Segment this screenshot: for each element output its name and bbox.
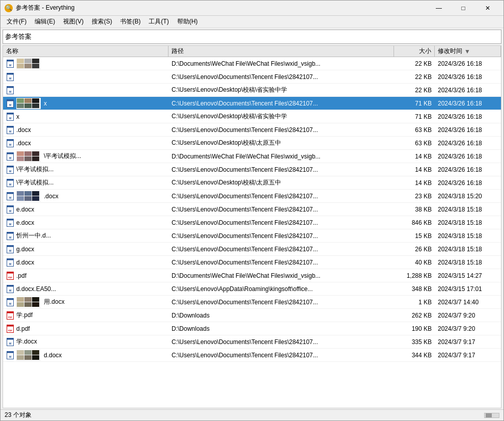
table-row[interactable]: WC:\Users\Lenovo\Documents\Tencent Files… (3, 70, 501, 84)
cell-size: 71 KB (394, 110, 435, 123)
svg-text:W: W (9, 143, 12, 146)
cell-path: D:\Documents\WeChat File\WeChat Files\wx… (169, 57, 394, 70)
cell-size: 335 KB (394, 335, 435, 348)
cell-name: Wx (3, 97, 169, 110)
table-header: 名称 路径 大小 修改时间 ▼ (3, 46, 501, 57)
cell-modified: 2024/3/26 16:18 (435, 84, 501, 96)
search-bar (3, 30, 501, 44)
scroll-thumb (486, 413, 492, 417)
pdf-icon: PDF (6, 325, 14, 333)
table-row[interactable]: Wd.docx.EA50...C:\Users\Lenovo\AppData\R… (3, 282, 501, 296)
svg-text:W: W (9, 117, 12, 120)
menu-item-help[interactable]: 帮助(H) (173, 16, 202, 28)
table-row[interactable]: WxC:\Users\Lenovo\Documents\Tencent File… (3, 97, 501, 110)
cell-size: 15 KB (394, 229, 435, 242)
cell-name: Wd.docx (3, 349, 169, 361)
pdf-icon: PDF (6, 311, 14, 320)
column-header-name[interactable]: 名称 (3, 46, 169, 57)
menu-item-bookmarks[interactable]: 书签(B) (116, 16, 145, 28)
svg-rect-4 (7, 73, 14, 74)
docx-icon: W (6, 258, 14, 267)
table-body[interactable]: WD:\Documents\WeChat File\WeChat Files\w… (3, 57, 501, 408)
cell-path: C:\Users\Lenovo\Desktop\校稿\太原五中 (169, 137, 394, 149)
cell-modified: 2024/3/7 9:20 (435, 322, 501, 335)
minimize-button[interactable]: — (427, 1, 451, 16)
docx-icon: W (6, 113, 14, 121)
svg-text:W: W (9, 262, 12, 266)
svg-rect-37 (7, 219, 14, 220)
cell-path: C:\Users\Lenovo\Documents\Tencent Files\… (169, 296, 394, 308)
cell-size: 22 KB (394, 70, 435, 83)
svg-text:W: W (9, 64, 12, 67)
cell-path: D:\Downloads (169, 309, 394, 322)
table-row[interactable]: W\平考试模拟...C:\Users\Lenovo\Desktop\校稿\太原五… (3, 176, 501, 190)
cell-name: W学.docx (3, 335, 169, 348)
cell-name: W\平考试模拟... (3, 176, 169, 189)
menu-item-edit[interactable]: 编辑(E) (31, 16, 59, 28)
app-icon: 🔍 (5, 4, 13, 12)
cell-name: W (3, 84, 169, 96)
table-row[interactable]: We.docxC:\Users\Lenovo\Documents\Tencent… (3, 203, 501, 216)
table-row[interactable]: W.docxC:\Users\Lenovo\Desktop\校稿\太原五中63 … (3, 137, 501, 150)
svg-text:W: W (9, 77, 12, 80)
search-input[interactable] (5, 33, 499, 41)
table-row[interactable]: W.docxC:\Users\Lenovo\Documents\Tencent … (3, 123, 501, 137)
close-button[interactable]: ✕ (476, 1, 499, 16)
table-row[interactable]: WxC:\Users\Lenovo\Desktop\校稿\省实验中学71 KB2… (3, 110, 501, 123)
cell-modified: 2024/3/7 9:17 (435, 349, 501, 361)
table-row[interactable]: PDFd.pdfD:\Downloads190 KB2024/3/7 9:20 (3, 322, 501, 335)
table-row[interactable]: W.docxC:\Users\Lenovo\Documents\Tencent … (3, 190, 501, 203)
cell-size: 22 KB (394, 57, 435, 70)
table-row[interactable]: WD:\Documents\WeChat File\WeChat Files\w… (3, 57, 501, 70)
menu-item-view[interactable]: 视图(V) (59, 16, 88, 28)
table-row[interactable]: PDF学.pdfD:\Downloads262 KB2024/3/7 9:20 (3, 309, 501, 322)
cell-name: Wd.docx.EA50... (3, 282, 169, 295)
cell-modified: 2024/3/18 15:18 (435, 243, 501, 255)
docx-icon: W (6, 205, 14, 214)
menu-item-file[interactable]: 文件(F) (3, 16, 31, 28)
cell-path: C:\Users\Lenovo\Desktop\校稿\省实验中学 (169, 84, 394, 96)
cell-path: C:\Users\Lenovo\Desktop\校稿\太原五中 (169, 176, 394, 189)
table-row[interactable]: W\平考试模拟...C:\Users\Lenovo\Documents\Tenc… (3, 163, 501, 176)
cell-path: C:\Users\Lenovo\Documents\Tencent Files\… (169, 256, 394, 269)
cell-modified: 2024/3/18 15:18 (435, 229, 501, 242)
pdf-icon: PDF (6, 272, 14, 280)
status-bar: 23 个对象 (1, 409, 503, 420)
svg-rect-52 (7, 285, 14, 286)
table-row[interactable]: We.docxC:\Users\Lenovo\Documents\Tencent… (3, 216, 501, 229)
column-header-path[interactable]: 路径 (169, 46, 394, 57)
cell-modified: 2024/3/18 15:18 (435, 256, 501, 269)
svg-rect-1 (7, 60, 14, 61)
column-header-size[interactable]: 大小 (394, 46, 435, 57)
svg-text:PDF: PDF (8, 276, 13, 279)
column-header-modified[interactable]: 修改时间 ▼ (435, 46, 501, 57)
cell-path: C:\Users\Lenovo\Documents\Tencent Files\… (169, 123, 394, 136)
menu-item-search[interactable]: 搜索(S) (88, 16, 116, 28)
menu-item-tools[interactable]: 工具(T) (145, 16, 173, 28)
cell-path: D:\Documents\WeChat File\WeChat Files\wx… (169, 150, 394, 163)
table-row[interactable]: W学.docxC:\Users\Lenovo\Documents\Tencent… (3, 335, 501, 349)
table-row[interactable]: Wd.docxC:\Users\Lenovo\Documents\Tencent… (3, 256, 501, 269)
table-row[interactable]: W忻州一中.d...C:\Users\Lenovo\Documents\Tenc… (3, 229, 501, 243)
maximize-button[interactable]: □ (452, 1, 475, 16)
docx-icon: W (6, 285, 14, 293)
cell-size: 14 KB (394, 163, 435, 176)
table-row[interactable]: W用.docxC:\Users\Lenovo\Documents\Tencent… (3, 296, 501, 309)
file-thumbnail (16, 297, 41, 308)
table-row[interactable]: PDF.pdfD:\Documents\WeChat File\WeChat F… (3, 269, 501, 282)
table-row[interactable]: Wg.docxC:\Users\Lenovo\Documents\Tencent… (3, 243, 501, 256)
cell-size: 344 KB (394, 349, 435, 361)
table-row[interactable]: W\平考试模拟...D:\Documents\WeChat File\WeCha… (3, 150, 501, 163)
cell-modified: 2024/3/26 16:18 (435, 176, 501, 189)
cell-modified: 2024/3/26 16:18 (435, 97, 501, 110)
cell-path: C:\Users\Lenovo\Documents\Tencent Files\… (169, 97, 394, 110)
table-row[interactable]: WC:\Users\Lenovo\Desktop\校稿\省实验中学22 KB20… (3, 84, 501, 97)
svg-text:W: W (9, 90, 12, 93)
file-thumbnail (16, 191, 41, 202)
docx-icon: W (6, 73, 14, 81)
svg-text:PDF: PDF (8, 329, 13, 332)
cell-size: 348 KB (394, 282, 435, 295)
cell-size: 40 KB (394, 256, 435, 269)
svg-text:W: W (9, 236, 12, 239)
table-row[interactable]: Wd.docxC:\Users\Lenovo\Documents\Tencent… (3, 349, 501, 362)
